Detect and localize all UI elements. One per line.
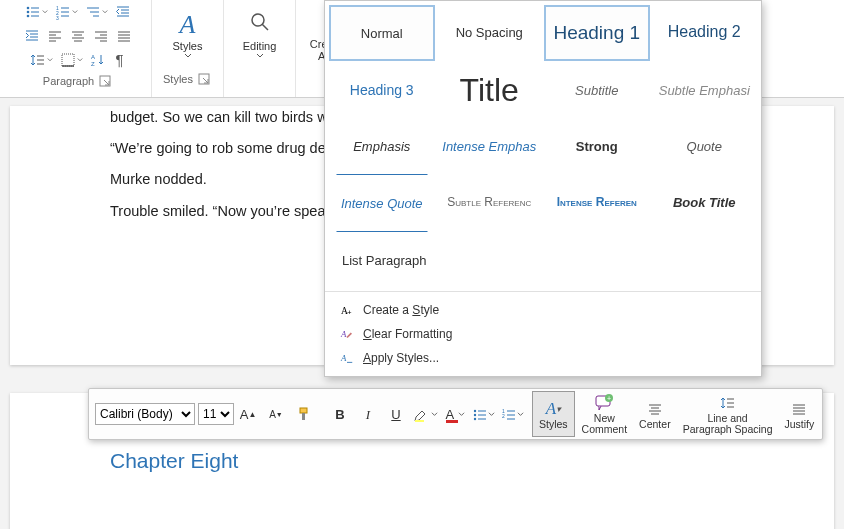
bold-button[interactable]: B xyxy=(327,403,353,427)
style-quote[interactable]: Quote xyxy=(652,119,758,173)
styles-gallery-popup: NormalNo SpacingHeading 1Heading 2Headin… xyxy=(324,0,762,377)
clear-formatting-menu-item[interactable]: AClear Formatting xyxy=(325,322,761,346)
style-heading-1[interactable]: Heading 1 xyxy=(544,5,650,61)
highlight-button[interactable] xyxy=(411,403,440,427)
paragraph-group-label: Paragraph xyxy=(43,75,94,87)
svg-rect-47 xyxy=(199,74,209,84)
center-button[interactable]: Center xyxy=(633,392,677,436)
style-intense-quote[interactable]: Intense Quote xyxy=(336,174,428,232)
styles-group: A Styles Styles xyxy=(152,0,224,97)
svg-text:+: + xyxy=(347,308,352,317)
svg-text:Z: Z xyxy=(91,61,95,67)
mini-toolbar: Calibri (Body) 11 A▲ A▼ B I U A 12 A▾ St… xyxy=(88,388,823,440)
svg-point-60 xyxy=(474,413,476,415)
style-heading-2[interactable]: Heading 2 xyxy=(652,5,758,59)
svg-point-1 xyxy=(27,11,30,14)
line-spacing-button[interactable] xyxy=(28,50,55,70)
style-intense-referen[interactable]: Intense Referen xyxy=(544,175,650,229)
styles-group-label: Styles xyxy=(163,73,193,85)
svg-text:+: + xyxy=(607,395,611,402)
style-subtle-emphasi[interactable]: Subtle Emphasi xyxy=(652,63,758,117)
svg-rect-70 xyxy=(596,396,610,406)
style-intense-emphas[interactable]: Intense Emphas xyxy=(437,119,543,173)
svg-text:1: 1 xyxy=(56,5,59,11)
style-subtitle[interactable]: Subtitle xyxy=(544,63,650,117)
bullets-button[interactable] xyxy=(23,2,50,22)
svg-rect-42 xyxy=(62,54,74,66)
svg-text:A: A xyxy=(91,54,95,60)
svg-text:A: A xyxy=(341,305,348,316)
dialog-launcher-icon[interactable] xyxy=(196,71,212,87)
svg-rect-56 xyxy=(300,408,307,413)
editing-group: Editing xyxy=(224,0,296,97)
styles-mini-button[interactable]: A▾ Styles xyxy=(532,391,575,437)
borders-button[interactable] xyxy=(58,50,85,70)
apply-styles-icon: A xyxy=(339,351,355,365)
svg-point-48 xyxy=(252,14,264,26)
style-heading-3[interactable]: Heading 3 xyxy=(329,63,435,117)
styles-gallery-menu: A+Create a Style AClear Formatting AAppl… xyxy=(325,291,761,376)
style-title[interactable]: Title xyxy=(437,63,543,117)
format-painter-button[interactable] xyxy=(291,402,317,426)
style-normal[interactable]: Normal xyxy=(329,5,435,61)
italic-button[interactable]: I xyxy=(355,403,381,427)
justify-button[interactable] xyxy=(114,26,134,46)
svg-line-49 xyxy=(262,24,268,30)
svg-text:1: 1 xyxy=(502,408,505,414)
font-size-select[interactable]: 11 xyxy=(198,403,234,425)
multilevel-list-button[interactable] xyxy=(83,2,110,22)
svg-point-59 xyxy=(474,409,476,411)
bullets-button[interactable] xyxy=(470,403,497,427)
paragraph-group: 123 AZ ¶ Paragraph xyxy=(5,0,152,97)
svg-text:2: 2 xyxy=(502,413,505,419)
line-spacing-button[interactable]: Line and Paragraph Spacing xyxy=(677,392,779,436)
align-center-button[interactable] xyxy=(68,26,88,46)
styles-button[interactable]: A Styles xyxy=(160,2,215,68)
numbering-button[interactable]: 12 xyxy=(499,403,526,427)
grow-font-button[interactable]: A▲ xyxy=(235,402,261,426)
svg-point-71 xyxy=(605,394,613,402)
justify-button[interactable]: Justify xyxy=(779,392,821,436)
styles-icon: A xyxy=(180,10,196,40)
show-marks-button[interactable]: ¶ xyxy=(111,51,127,68)
style-strong[interactable]: Strong xyxy=(544,119,650,173)
comment-icon: + xyxy=(594,393,614,413)
align-right-button[interactable] xyxy=(91,26,111,46)
underline-button[interactable]: U xyxy=(383,403,409,427)
svg-rect-46 xyxy=(100,76,110,86)
editing-button[interactable]: Editing xyxy=(232,2,287,68)
style-list-paragraph[interactable]: List Paragraph xyxy=(329,233,435,287)
decrease-indent-button[interactable] xyxy=(113,2,133,22)
svg-text:3: 3 xyxy=(56,15,59,20)
align-left-button[interactable] xyxy=(45,26,65,46)
create-style-menu-item[interactable]: A+Create a Style xyxy=(325,298,761,322)
apply-styles-menu-item[interactable]: AApply Styles... xyxy=(325,346,761,370)
svg-rect-57 xyxy=(302,413,305,420)
dialog-launcher-icon[interactable] xyxy=(97,73,113,89)
style-no-spacing[interactable]: No Spacing xyxy=(437,5,543,59)
font-family-select[interactable]: Calibri (Body) xyxy=(95,403,195,425)
svg-text:2: 2 xyxy=(56,10,59,16)
sort-button[interactable]: AZ xyxy=(88,50,108,70)
justify-icon xyxy=(790,399,808,419)
svg-text:A: A xyxy=(340,353,347,363)
increase-indent-button[interactable] xyxy=(22,26,42,46)
style-emphasis[interactable]: Emphasis xyxy=(329,119,435,173)
svg-text:A: A xyxy=(340,329,347,339)
style-subtle-referenc[interactable]: Subtle Referenc xyxy=(437,175,543,229)
font-color-button[interactable]: A xyxy=(442,403,468,427)
clear-formatting-icon: A xyxy=(339,327,355,341)
align-center-icon xyxy=(646,399,664,419)
numbering-button[interactable]: 123 xyxy=(53,2,80,22)
line-spacing-icon xyxy=(719,393,737,413)
style-book-title[interactable]: Book Title xyxy=(652,175,758,229)
shrink-font-button[interactable]: A▼ xyxy=(263,402,289,426)
new-comment-button[interactable]: + New Comment xyxy=(576,392,634,436)
svg-rect-58 xyxy=(415,420,424,422)
svg-point-2 xyxy=(27,15,30,18)
search-icon xyxy=(248,10,272,40)
svg-point-61 xyxy=(474,417,476,419)
create-style-icon: A+ xyxy=(339,303,355,317)
chapter-heading[interactable]: Chapter Eight xyxy=(110,449,734,473)
styles-icon: A▾ xyxy=(546,399,561,419)
